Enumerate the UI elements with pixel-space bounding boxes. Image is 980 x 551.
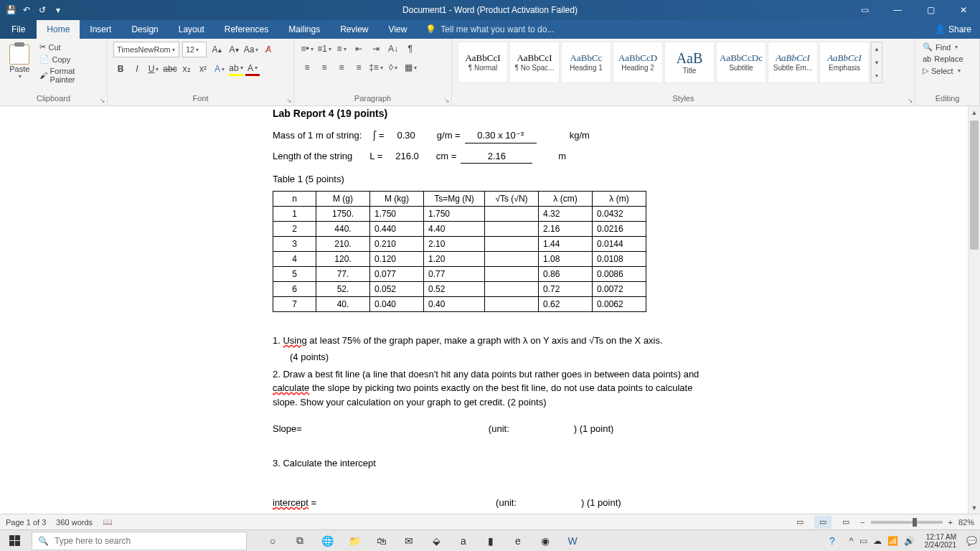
amazon-icon[interactable]: a — [452, 531, 475, 551]
subscript-button[interactable]: x₂ — [179, 62, 194, 76]
scroll-up-icon[interactable]: ▲ — [969, 106, 980, 118]
style-item[interactable]: AaBTitle — [664, 42, 715, 83]
share-button[interactable]: 👤 Share — [926, 20, 980, 39]
italic-button[interactable]: I — [130, 62, 144, 76]
scroll-down-icon[interactable]: ▼ — [969, 501, 980, 514]
line-spacing-icon[interactable]: ‡≡▾ — [369, 60, 383, 75]
multilevel-list-icon[interactable]: ≡▾ — [334, 42, 349, 56]
align-center-icon[interactable]: ≡ — [317, 60, 331, 75]
align-left-icon[interactable]: ≡ — [300, 60, 314, 75]
maximize-button[interactable]: ▢ — [914, 0, 947, 20]
document-area[interactable]: Lab Report 4 (19 points) Mass of 1 m of … — [0, 106, 980, 514]
word-icon[interactable]: W — [561, 531, 584, 551]
style-item[interactable]: AaBbCcI¶ Normal — [458, 42, 508, 83]
strikethrough-button[interactable]: abc — [163, 62, 177, 76]
explorer-icon[interactable]: 📁 — [343, 531, 366, 551]
print-layout-icon[interactable]: ▭ — [814, 516, 831, 529]
select-button[interactable]: ▷Select▾ — [921, 65, 974, 76]
battery-icon[interactable]: ▭ — [859, 536, 867, 546]
help-icon[interactable]: ? — [821, 531, 844, 551]
zoom-slider[interactable] — [871, 521, 943, 524]
highlight-icon[interactable]: ab▾ — [229, 62, 243, 76]
close-button[interactable]: ✕ — [947, 0, 980, 20]
clock[interactable]: 12:17 AM 2/24/2021 — [920, 533, 961, 549]
bold-button[interactable]: B — [113, 62, 128, 76]
style-item[interactable]: AaBbCcDHeading 2 — [613, 42, 663, 83]
style-item[interactable]: AaBbCcI¶ No Spac... — [509, 42, 560, 83]
style-item[interactable]: AaBbCcHeading 1 — [561, 42, 611, 83]
tab-layout[interactable]: Layout — [169, 20, 215, 39]
tab-file[interactable]: File — [0, 20, 37, 39]
start-button[interactable] — [0, 530, 29, 552]
chrome-icon[interactable]: ◉ — [534, 531, 557, 551]
style-item[interactable]: AaBbCcIEmphasis — [819, 42, 870, 83]
paste-button[interactable]: Paste ▾ — [6, 42, 34, 94]
undo-icon[interactable]: ↶ — [20, 4, 33, 17]
styles-dialog-icon[interactable]: ↘ — [908, 97, 913, 104]
underline-button[interactable]: U▾ — [146, 62, 161, 76]
borders-icon[interactable]: ▦▾ — [403, 60, 418, 75]
show-marks-icon[interactable]: ¶ — [403, 42, 418, 56]
shrink-font-icon[interactable]: A▾ — [227, 42, 241, 57]
styles-scroll[interactable]: ▲ ▼ ▾ — [871, 42, 882, 83]
bullets-icon[interactable]: ≡•▾ — [300, 42, 314, 56]
styles-more-icon[interactable]: ▾ — [872, 69, 882, 83]
grow-font-icon[interactable]: A▴ — [209, 42, 224, 57]
cut-button[interactable]: ✂Cut — [38, 42, 101, 52]
tab-view[interactable]: View — [379, 20, 418, 39]
align-right-icon[interactable]: ≡ — [334, 60, 349, 75]
redo-icon[interactable]: ↺ — [36, 4, 49, 17]
tab-insert[interactable]: Insert — [80, 20, 121, 39]
tab-review[interactable]: Review — [330, 20, 378, 39]
zoom-out-icon[interactable]: − — [860, 518, 864, 527]
font-dialog-icon[interactable]: ↘ — [286, 97, 292, 104]
cortana-icon[interactable]: ○ — [261, 531, 284, 551]
web-layout-icon[interactable]: ▭ — [837, 516, 854, 529]
tab-home[interactable]: Home — [37, 20, 80, 39]
store-icon[interactable]: 🛍 — [370, 531, 393, 551]
qat-customize-icon[interactable]: ▾ — [52, 4, 65, 17]
copy-button[interactable]: 📄Copy — [38, 54, 101, 65]
style-item[interactable]: AaBbCcDcSubtitle — [716, 42, 766, 83]
change-case-icon[interactable]: Aa▾ — [244, 42, 258, 57]
clipboard-dialog-icon[interactable]: ↘ — [100, 97, 105, 104]
tab-mailings[interactable]: Mailings — [278, 20, 330, 39]
font-name-combo[interactable]: TimesNewRom▾ — [113, 42, 179, 57]
paragraph-dialog-icon[interactable]: ↘ — [444, 97, 450, 104]
edge-icon[interactable]: 🌐 — [316, 531, 339, 551]
scroll-thumb[interactable] — [970, 121, 979, 250]
ie-icon[interactable]: e — [507, 531, 529, 551]
shading-icon[interactable]: ◊▾ — [386, 60, 400, 75]
find-button[interactable]: 🔍Find▾ — [921, 42, 974, 52]
office-icon[interactable]: ▮ — [479, 531, 502, 551]
task-view-icon[interactable]: ⧉ — [288, 531, 311, 551]
dropbox-icon[interactable]: ⬙ — [425, 531, 448, 551]
styles-scroll-down-icon[interactable]: ▼ — [872, 56, 882, 70]
tab-references[interactable]: References — [215, 20, 278, 39]
zoom-level[interactable]: 82% — [958, 518, 974, 527]
volume-icon[interactable]: 🔊 — [904, 536, 915, 546]
page-indicator[interactable]: Page 1 of 3 — [6, 518, 46, 527]
taskbar-search[interactable]: 🔍 Type here to search — [32, 532, 247, 550]
styles-gallery[interactable]: AaBbCcI¶ NormalAaBbCcI¶ No Spac...AaBbCc… — [458, 42, 870, 83]
text-effects-icon[interactable]: A▾ — [212, 62, 227, 76]
minimize-button[interactable]: — — [881, 0, 914, 20]
replace-button[interactable]: abReplace — [921, 54, 974, 64]
numbering-icon[interactable]: ≡1▾ — [317, 42, 331, 56]
sort-icon[interactable]: A↓ — [386, 42, 400, 56]
tab-design[interactable]: Design — [121, 20, 168, 39]
tray-chevron-icon[interactable]: ^ — [849, 536, 854, 546]
spellcheck-icon[interactable]: 📖 — [103, 517, 113, 527]
zoom-in-icon[interactable]: + — [948, 518, 953, 527]
mail-icon[interactable]: ✉ — [397, 531, 420, 551]
read-mode-icon[interactable]: ▭ — [791, 516, 809, 529]
notifications-icon[interactable]: 💬 — [966, 536, 977, 546]
decrease-indent-icon[interactable]: ⇤ — [352, 42, 366, 56]
wifi-icon[interactable]: 📶 — [887, 536, 898, 546]
save-icon[interactable]: 💾 — [4, 4, 17, 17]
word-count[interactable]: 360 words — [56, 518, 93, 527]
styles-scroll-up-icon[interactable]: ▲ — [872, 42, 882, 56]
superscript-button[interactable]: x² — [196, 62, 210, 76]
clear-formatting-icon[interactable]: A̸ — [261, 42, 275, 57]
vertical-scrollbar[interactable]: ▲ ▼ — [968, 106, 980, 514]
